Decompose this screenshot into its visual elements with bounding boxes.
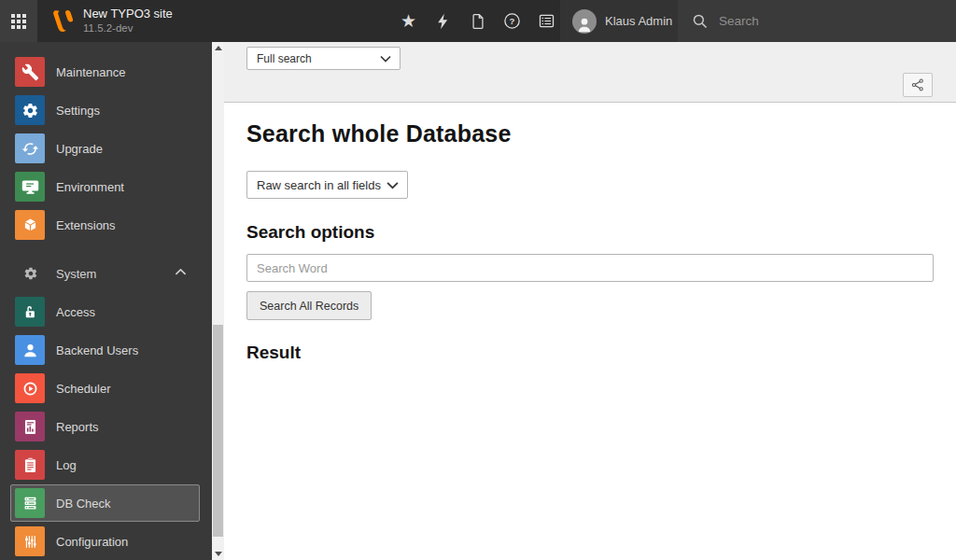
sidebar-item-settings[interactable]: Settings	[0, 95, 212, 125]
topbar: New TYPO3 site 11.5.2-dev ★ ?	[0, 0, 956, 42]
sidebar-item-access[interactable]: Access	[0, 297, 212, 327]
sidebar-item-environment[interactable]: Environment	[0, 172, 212, 202]
sidebar-item-extensions[interactable]: Extensions	[0, 210, 212, 240]
gear-icon	[15, 95, 45, 125]
sidebar-item-label: Backend Users	[56, 343, 138, 357]
svg-text:?: ?	[510, 16, 515, 26]
module-menu: Maintenance Settings Upgrade Environment	[0, 42, 212, 560]
sidebar-section-system[interactable]: System	[0, 265, 212, 282]
share-icon	[910, 77, 925, 92]
search-mode-select-value: Raw search in all fields	[257, 178, 381, 192]
report-chart-icon	[15, 412, 45, 441]
document-icon	[469, 12, 487, 31]
typo3-version: 11.5.2-dev	[83, 21, 173, 35]
sidebar-item-upgrade[interactable]: Upgrade	[0, 133, 212, 163]
database-icon	[15, 488, 45, 518]
typo3-brand[interactable]: New TYPO3 site 11.5.2-dev	[49, 0, 173, 42]
sidebar-item-reports[interactable]: Reports	[0, 412, 212, 441]
chevron-down-icon	[387, 181, 399, 189]
sidebar-item-label: Reports	[56, 420, 99, 434]
sidebar-item-scheduler[interactable]: Scheduler	[0, 373, 212, 403]
triangle-up-icon	[215, 46, 222, 50]
sidebar-item-label: Log	[56, 458, 77, 472]
clipboard-icon	[15, 450, 45, 480]
user-menu-button[interactable]: Klaus Admin	[560, 0, 678, 42]
sidebar-item-label: Environment	[56, 180, 124, 194]
help-icon: ?	[502, 11, 522, 31]
scroll-up-button[interactable]	[212, 42, 224, 54]
search-all-records-button[interactable]: Search All Records	[246, 291, 372, 320]
sidebar-item-label: Maintenance	[56, 65, 125, 79]
sidebar-item-label: Upgrade	[56, 142, 103, 156]
sidebar-item-label: Scheduler	[56, 382, 111, 396]
triangle-down-icon	[215, 552, 222, 556]
result-heading: Result	[246, 343, 301, 363]
gear-outline-icon	[23, 266, 38, 281]
sidebar-item-maintenance[interactable]: Maintenance	[0, 57, 212, 87]
sidebar-item-label: Settings	[56, 104, 100, 118]
typo3-backend: New TYPO3 site 11.5.2-dev ★ ?	[0, 0, 956, 560]
module-content: Full search Search whole Database Raw se…	[224, 42, 956, 560]
page-title: Search whole Database	[246, 120, 512, 147]
search-input[interactable]	[719, 14, 924, 28]
sidebar-item-label: Extensions	[56, 218, 116, 232]
avatar	[572, 9, 597, 34]
site-title: New TYPO3 site	[83, 7, 173, 21]
docheader: Full search	[224, 42, 956, 103]
wrench-icon	[15, 57, 45, 87]
user-name: Klaus Admin	[605, 14, 672, 28]
scroll-down-button[interactable]	[212, 548, 224, 560]
systeminfo-button[interactable]	[529, 0, 564, 42]
star-icon: ★	[401, 12, 416, 30]
scrollbar-thumb[interactable]	[213, 325, 223, 537]
search-mode-select[interactable]: Raw search in all fields	[246, 171, 408, 199]
user-icon	[15, 335, 45, 365]
bolt-icon	[434, 12, 453, 31]
module-function-select-value: Full search	[257, 52, 312, 65]
sidebar-section-label: System	[56, 267, 96, 281]
search-word-input[interactable]	[246, 254, 934, 282]
help-button[interactable]: ?	[495, 0, 529, 42]
sliders-icon	[15, 526, 45, 556]
module-body: Search whole Database Raw search in all …	[224, 104, 956, 560]
share-button[interactable]	[903, 73, 933, 97]
refresh-icon	[15, 133, 45, 163]
list-icon	[537, 11, 556, 31]
person-icon	[575, 15, 594, 34]
sidebar-item-label: Access	[56, 305, 95, 319]
chevron-down-icon	[380, 55, 391, 63]
sidebar-item-db-check[interactable]: DB Check	[10, 484, 200, 522]
clear-cache-button[interactable]	[426, 0, 460, 42]
sidebar-item-log[interactable]: Log	[0, 450, 212, 480]
bookmarks-button[interactable]: ★	[391, 0, 426, 42]
cube-icon	[15, 210, 45, 240]
typo3-logo-icon	[49, 9, 74, 33]
chevron-up-icon	[175, 268, 187, 276]
unlock-icon	[15, 297, 45, 327]
sidebar-scrollbar[interactable]	[212, 42, 224, 560]
apps-grid-icon	[11, 14, 26, 29]
play-circle-icon	[15, 373, 45, 403]
search-icon	[692, 13, 709, 30]
sidebar-item-backend-users[interactable]: Backend Users	[0, 335, 212, 365]
module-menu-toggle-button[interactable]	[0, 0, 37, 42]
toolbar-items: ★ ?	[391, 0, 564, 42]
topbar-search	[678, 0, 956, 42]
sidebar-item-label: DB Check	[56, 497, 111, 511]
opendocs-button[interactable]	[460, 0, 495, 42]
module-function-select[interactable]: Full search	[246, 47, 401, 70]
sidebar-item-configuration[interactable]: Configuration	[0, 526, 212, 556]
monitor-icon	[15, 172, 45, 202]
search-options-heading: Search options	[246, 222, 374, 243]
sidebar-item-label: Configuration	[56, 535, 128, 549]
